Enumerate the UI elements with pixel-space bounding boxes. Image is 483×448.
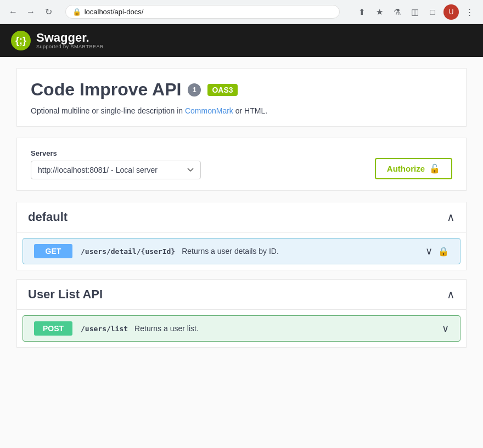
user-avatar[interactable]: U (443, 4, 459, 20)
swagger-logo-text: Swagger. Supported by SMARTBEAR (36, 32, 104, 49)
servers-section: Servers http://localhost:8081/ - Local s… (16, 138, 467, 191)
version-badge: 1 (188, 83, 201, 97)
endpoint-post-users-list[interactable]: POST /users/list Returns a user list. ∨ (23, 315, 460, 342)
endpoint-chevron-get: ∨ (425, 245, 433, 257)
api-group-title-userlist: User List API (28, 287, 103, 302)
api-group-header-default[interactable]: default ∧ (17, 202, 466, 232)
api-group-chevron-userlist: ∧ (447, 288, 455, 301)
api-group-chevron-default: ∧ (447, 211, 455, 224)
swagger-header: {;} Swagger. Supported by SMARTBEAR (0, 24, 483, 57)
endpoint-lock-get: 🔒 (438, 246, 449, 257)
extensions-icon[interactable]: ⚗ (391, 5, 404, 19)
servers-left: Servers http://localhost:8081/ - Local s… (31, 149, 201, 179)
description-suffix: or HTML. (233, 106, 267, 115)
authorize-lock-icon: 🔓 (429, 163, 440, 174)
method-badge-get: GET (34, 244, 72, 258)
api-description: Optional multiline or single-line descri… (31, 106, 452, 115)
authorize-label: Authorize (387, 164, 425, 173)
swagger-icon-symbol: {;} (15, 35, 26, 47)
api-group-default: default ∧ GET /users/detail/{userId} Ret… (16, 202, 467, 270)
address-bar[interactable]: 🔒 localhost/api-docs/ (65, 5, 340, 19)
reload-button[interactable]: ↻ (42, 5, 55, 19)
oas-badge: OAS3 (207, 84, 237, 96)
swagger-logo: {;} Swagger. Supported by SMARTBEAR (11, 31, 104, 50)
share-icon[interactable]: ⬆ (356, 5, 369, 19)
forward-button[interactable]: → (24, 5, 37, 19)
endpoint-desc-users-detail: Returns a user details by ID. (182, 247, 425, 256)
browser-chrome: ← → ↻ 🔒 localhost/api-docs/ ⬆ ★ ⚗ ◫ □ U … (0, 0, 483, 24)
api-group-userlist: User List API ∧ POST /users/list Returns… (16, 279, 467, 348)
authorize-button[interactable]: Authorize 🔓 (375, 158, 452, 179)
commonmark-link[interactable]: CommonMark (185, 106, 233, 115)
window-icon[interactable]: □ (426, 5, 439, 19)
api-group-title-default: default (28, 210, 68, 224)
endpoint-desc-users-list: Returns a user list. (134, 324, 442, 333)
swagger-logo-icon: {;} (11, 31, 31, 50)
star-icon[interactable]: ★ (373, 5, 386, 19)
description-text: Optional multiline or single-line descri… (31, 106, 185, 115)
servers-label: Servers (31, 149, 201, 157)
endpoint-chevron-post: ∨ (442, 322, 449, 334)
swagger-title: Swagger. (36, 32, 104, 44)
cast-icon[interactable]: ◫ (408, 5, 422, 19)
api-groups-container: default ∧ GET /users/detail/{userId} Ret… (16, 202, 467, 348)
server-select[interactable]: http://localhost:8081/ - Local server (31, 161, 201, 179)
api-title-row: Code Improve API 1 OAS3 (31, 80, 452, 100)
method-badge-post: POST (34, 321, 72, 336)
api-title-section: Code Improve API 1 OAS3 Optional multili… (16, 68, 467, 127)
url-text: localhost/api-docs/ (85, 8, 333, 16)
menu-icon[interactable]: ⋮ (463, 5, 476, 19)
endpoint-get-users-detail[interactable]: GET /users/detail/{userId} Returns a use… (23, 238, 460, 264)
endpoint-path-users-detail: /users/detail/{userId} (81, 247, 175, 256)
api-title: Code Improve API (31, 80, 181, 100)
endpoint-path-users-list: /users/list (81, 325, 128, 333)
swagger-subtitle: Supported by SMARTBEAR (36, 44, 104, 49)
lock-indicator-icon: 🔒 (72, 8, 81, 16)
browser-actions: ⬆ ★ ⚗ ◫ □ U ⋮ (356, 4, 476, 20)
main-content: Code Improve API 1 OAS3 Optional multili… (0, 57, 483, 367)
api-group-header-userlist[interactable]: User List API ∧ (17, 280, 466, 310)
back-button[interactable]: ← (7, 5, 20, 19)
endpoint-actions-get: ∨ 🔒 (425, 245, 449, 257)
endpoint-actions-post: ∨ (442, 322, 449, 334)
